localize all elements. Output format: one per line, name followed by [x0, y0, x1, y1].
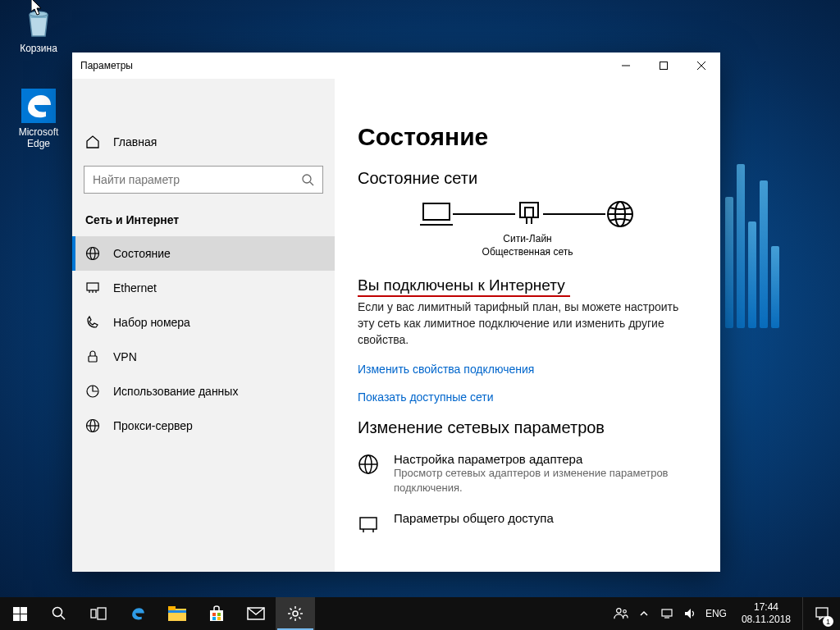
nav-label: Ethernet [113, 281, 157, 294]
page-heading: Состояние [358, 123, 697, 151]
svg-point-39 [53, 608, 62, 617]
svg-point-6 [303, 175, 311, 183]
phone-icon [85, 315, 100, 330]
connected-description: Если у вас лимитный тарифный план, вы мо… [358, 299, 697, 348]
taskbar-app-store[interactable] [197, 597, 236, 630]
search-field[interactable] [93, 173, 301, 186]
search-icon [301, 173, 314, 186]
sharing-icon [358, 511, 382, 534]
svg-rect-35 [13, 607, 20, 614]
people-icon[interactable] [614, 606, 628, 621]
svg-rect-36 [21, 607, 27, 614]
task-view-button[interactable] [79, 597, 118, 630]
taskbar-app-edge[interactable] [118, 597, 158, 630]
network-icon[interactable] [660, 606, 674, 621]
settings-sidebar: Главная Сеть и Интернет Состояние Ethern… [72, 79, 335, 572]
nav-label: Прокси-сервер [113, 419, 193, 432]
svg-rect-15 [89, 356, 97, 362]
option-sharing-settings[interactable]: Параметры общего доступа [358, 511, 697, 534]
nav-item-vpn[interactable]: VPN [72, 340, 335, 374]
svg-rect-23 [525, 208, 533, 217]
start-button[interactable] [0, 597, 39, 630]
svg-rect-37 [13, 614, 20, 621]
svg-rect-42 [98, 608, 106, 619]
tray-chevron-up-icon[interactable] [637, 606, 651, 621]
category-title: Сеть и Интернет [72, 213, 335, 236]
link-show-available-networks[interactable]: Показать доступные сети [358, 390, 697, 404]
svg-rect-55 [662, 609, 672, 616]
volume-icon[interactable] [682, 606, 697, 621]
nav-label: Набор номера [113, 316, 190, 329]
notification-badge: 1 [823, 616, 833, 627]
edge-icon [21, 89, 56, 123]
desktop-icon-edge[interactable]: Microsoft Edge [8, 89, 69, 149]
svg-rect-47 [212, 613, 216, 616]
nav-item-datausage[interactable]: Использование данных [72, 374, 335, 409]
option-adapter-settings[interactable]: Настройка параметров адаптера Просмотр с… [358, 452, 697, 495]
option-title: Параметры общего доступа [394, 511, 554, 525]
nav-label: Использование данных [113, 385, 238, 398]
taskbar-app-mail[interactable] [236, 597, 276, 630]
svg-point-54 [623, 610, 627, 614]
nav-item-status[interactable]: Состояние [72, 236, 335, 271]
change-network-settings-heading: Изменение сетевых параметров [358, 418, 697, 437]
taskbar-clock[interactable]: 17:44 08.11.2018 [735, 601, 797, 626]
taskbar[interactable]: ENG 17:44 08.11.2018 1 [0, 597, 840, 630]
svg-point-53 [617, 609, 621, 613]
vpn-icon [85, 349, 100, 364]
link-change-connection-props[interactable]: Изменить свойства подключения [358, 363, 697, 376]
option-desc: Просмотр сетевых адаптеров и изменение п… [394, 466, 697, 495]
data-usage-icon [85, 384, 100, 399]
svg-rect-32 [360, 518, 377, 529]
svg-rect-57 [816, 608, 828, 617]
home-label: Главная [113, 135, 157, 148]
titlebar[interactable]: Параметры [72, 52, 720, 79]
svg-rect-20 [423, 203, 450, 220]
svg-line-7 [310, 182, 313, 185]
close-button[interactable] [682, 52, 720, 79]
settings-window: Параметры Главная Сеть и Интернет Состоя… [72, 52, 720, 572]
svg-rect-48 [217, 613, 221, 616]
clock-time: 17:44 [742, 601, 791, 614]
search-button[interactable] [39, 597, 79, 630]
desktop-icon-label: Microsoft Edge [8, 126, 69, 149]
adapter-icon [358, 452, 382, 495]
svg-rect-1 [21, 89, 56, 123]
home-icon [85, 135, 100, 149]
connected-title: Вы подключены к Интернету [358, 276, 565, 294]
ethernet-icon [85, 281, 100, 295]
wallpaper-highlight [725, 164, 840, 328]
globe-icon [605, 199, 635, 229]
search-input[interactable] [84, 166, 323, 194]
nav-item-ethernet[interactable]: Ethernet [72, 271, 335, 305]
globe-icon [85, 246, 100, 261]
proxy-icon [85, 418, 100, 433]
settings-content: Состояние Состояние сети Сити-Лайн Общес… [335, 79, 720, 572]
svg-rect-45 [168, 610, 186, 613]
desktop-icon-label: Корзина [8, 43, 69, 54]
svg-rect-3 [660, 62, 668, 70]
network-caption: Сити-Лайн Общественная сеть [358, 232, 697, 258]
router-icon [515, 199, 543, 229]
keyboard-language[interactable]: ENG [705, 608, 727, 619]
taskbar-app-settings[interactable] [276, 597, 315, 630]
mouse-cursor [31, 0, 44, 16]
clock-date: 08.11.2018 [742, 614, 791, 626]
minimize-button[interactable] [607, 52, 645, 79]
svg-rect-50 [217, 617, 221, 620]
maximize-button[interactable] [645, 52, 682, 79]
svg-point-52 [293, 611, 298, 616]
nav-item-proxy[interactable]: Прокси-сервер [72, 409, 335, 443]
nav-item-dialup[interactable]: Набор номера [72, 305, 335, 340]
option-title: Настройка параметров адаптера [394, 452, 697, 466]
svg-rect-11 [87, 283, 98, 290]
window-title: Параметры [80, 60, 133, 71]
nav-label: Состояние [113, 247, 171, 260]
home-button[interactable]: Главная [72, 128, 335, 156]
action-center-button[interactable]: 1 [802, 597, 840, 630]
svg-rect-22 [520, 203, 538, 217]
svg-rect-49 [212, 617, 216, 620]
taskbar-app-explorer[interactable] [158, 597, 197, 630]
system-tray[interactable]: ENG 17:44 08.11.2018 [609, 597, 802, 630]
network-diagram [358, 199, 697, 229]
